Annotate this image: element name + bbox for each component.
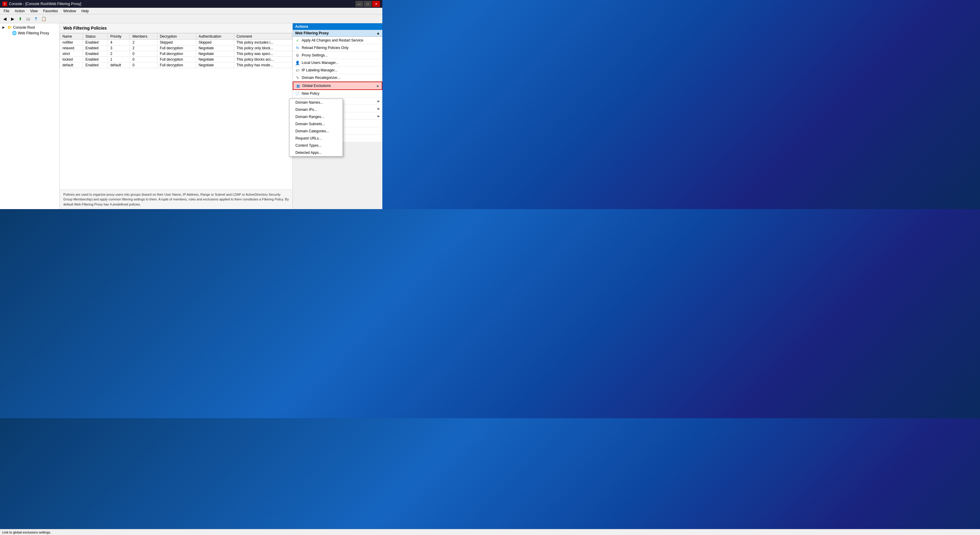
app-icon: C [2, 2, 7, 6]
action-icon: 🏷 [295, 68, 300, 73]
tree-item-web-filtering[interactable]: 🌐 Web Filtering Proxy [0, 30, 59, 36]
collapse-icon[interactable]: ▲ [376, 31, 380, 35]
center-footer: Policies are used to organize proxy user… [60, 189, 293, 209]
action-label: IP Labeling Manager... [302, 68, 380, 72]
menu-bar: File Action View Favorites Window Help [0, 8, 382, 14]
window-controls[interactable]: — □ ✕ [355, 1, 380, 7]
submenu-arrow-icon: ▶ [377, 84, 379, 88]
show-hide-button[interactable]: 🗂 [24, 16, 32, 22]
cell-authentication: Negotiate [196, 62, 234, 68]
menu-view[interactable]: View [28, 8, 40, 14]
menu-window[interactable]: Window [61, 8, 78, 14]
menu-help[interactable]: Help [79, 8, 91, 14]
submenu-item[interactable]: Content Types... [290, 142, 343, 149]
tree-item-console-root[interactable]: ▶ 📁 Console Root [0, 24, 59, 30]
section-label: Web Filtering Proxy [295, 31, 329, 35]
menu-file[interactable]: File [1, 8, 12, 14]
maximize-button[interactable]: □ [364, 1, 372, 7]
action-icon: 📄 [295, 91, 300, 96]
table-row[interactable]: nofilterEnabled42SkippedSkippedThis poli… [60, 40, 293, 45]
cell-priority: default [108, 62, 130, 68]
cell-status: Enabled [83, 45, 108, 51]
folder-icon: 📁 [7, 25, 12, 30]
table-container: Name Status Priority Members Decryption … [60, 33, 293, 189]
title-bar: C Console - [Console Root\Web Filtering … [0, 0, 382, 8]
cell-decryption: Skipped [157, 40, 196, 45]
action-item-reload-filtering-policies-only[interactable]: ↻Reload Filtering Policies Only [293, 44, 382, 52]
cell-status: Enabled [83, 40, 108, 45]
cell-name: nofilter [60, 40, 83, 45]
cell-decryption: Full decryption [157, 51, 196, 57]
action-item-domain-recategorizer[interactable]: ✎Domain Recategorizer... [293, 74, 382, 81]
center-panel: Web Filtering Policies Name Status Prior… [60, 23, 293, 209]
cell-priority: 4 [108, 40, 130, 45]
action-item-global-exclusions[interactable]: ▦Global Exclusions▶ [293, 81, 382, 90]
back-button[interactable]: ◀ [1, 16, 8, 22]
submenu-item[interactable]: Domain Subnets... [290, 120, 343, 127]
col-comment: Comment [234, 33, 292, 40]
table-row[interactable]: relaxedEnabled32Full decryptionNegotiate… [60, 45, 293, 51]
submenu-item[interactable]: Domain Names... [290, 99, 343, 106]
properties-button[interactable]: 📋 [40, 16, 47, 22]
minimize-button[interactable]: — [355, 1, 363, 7]
cell-decryption: Full decryption [157, 57, 196, 62]
submenu-item[interactable]: Request URLs... [290, 135, 343, 142]
action-label: Domain Recategorizer... [302, 76, 380, 80]
action-item-proxy-settings[interactable]: ⚙Proxy Settings... [293, 52, 382, 59]
actions-header: Actions [293, 23, 382, 30]
submenu-arrow-icon: ▶ [377, 115, 380, 118]
forward-button[interactable]: ▶ [9, 16, 16, 22]
cell-members: 0 [130, 62, 157, 68]
close-button[interactable]: ✕ [372, 1, 380, 7]
expand-icon: ▶ [2, 26, 6, 29]
cell-authentication: Skipped [196, 40, 234, 45]
table-row[interactable]: lockedEnabled10Full decryptionNegotiateT… [60, 57, 293, 62]
cell-decryption: Full decryption [157, 62, 196, 68]
menu-favorites[interactable]: Favorites [41, 8, 60, 14]
footer-text: Policies are used to organize proxy user… [63, 193, 289, 206]
action-item-local-users-manager[interactable]: 👤Local Users Manager... [293, 59, 382, 67]
window-title: Console - [Console Root\Web Filtering Pr… [9, 2, 355, 6]
action-item-new-policy[interactable]: 📄New Policy [293, 90, 382, 97]
action-icon: ▦ [296, 83, 301, 88]
action-label: Proxy Settings... [302, 53, 380, 57]
submenu-arrow-icon: ▶ [377, 99, 380, 103]
col-authentication: Authentication [196, 33, 234, 40]
action-label: Global Exclusions [302, 84, 375, 88]
up-button[interactable]: ⬆ [17, 16, 24, 22]
table-row[interactable]: defaultEnableddefault0Full decryptionNeg… [60, 62, 293, 68]
cell-comment: This policy was speci... [234, 51, 292, 57]
proxy-icon: 🌐 [12, 31, 17, 35]
action-icon: ✓ [295, 38, 300, 43]
submenu-item[interactable]: Domain Categories... [290, 127, 343, 135]
submenu-item[interactable]: Domain Ranges... [290, 113, 343, 120]
policy-table: Name Status Priority Members Decryption … [60, 33, 293, 68]
action-item-ip-labeling-manager[interactable]: 🏷IP Labeling Manager... [293, 67, 382, 74]
menu-action[interactable]: Action [12, 8, 27, 14]
cell-members: 2 [130, 45, 157, 51]
submenu-item[interactable]: Detected Apps... [290, 149, 343, 156]
cell-name: relaxed [60, 45, 83, 51]
actions-title: Actions [295, 24, 308, 29]
col-name: Name [60, 33, 83, 40]
action-label: Local Users Manager... [302, 61, 380, 65]
col-status: Status [83, 33, 108, 40]
action-icon: 👤 [295, 61, 300, 65]
cell-name: default [60, 62, 83, 68]
cell-priority: 1 [108, 57, 130, 62]
cell-name: locked [60, 57, 83, 62]
cell-authentication: Negotiate [196, 57, 234, 62]
submenu-item[interactable]: Domain IPs... [290, 106, 343, 113]
tree-panel: ▶ 📁 Console Root 🌐 Web Filtering Proxy [0, 23, 60, 209]
panel-title: Web Filtering Policies [63, 26, 107, 30]
action-label: Reload Filtering Policies Only [302, 46, 380, 50]
cell-comment: This policy blocks acc... [234, 57, 292, 62]
col-members: Members [130, 33, 157, 40]
action-item-apply-all-changes-and-restart-service[interactable]: ✓Apply All Changes and Restart Service [293, 37, 382, 44]
help-toolbar-button[interactable]: ? [32, 16, 40, 22]
cell-authentication: Negotiate [196, 51, 234, 57]
cell-comment: This policy excludes i... [234, 40, 292, 45]
table-row[interactable]: strictEnabled20Full decryptionNegotiateT… [60, 51, 293, 57]
actions-section-header: Web Filtering Proxy ▲ [293, 30, 382, 37]
cell-status: Enabled [83, 62, 108, 68]
